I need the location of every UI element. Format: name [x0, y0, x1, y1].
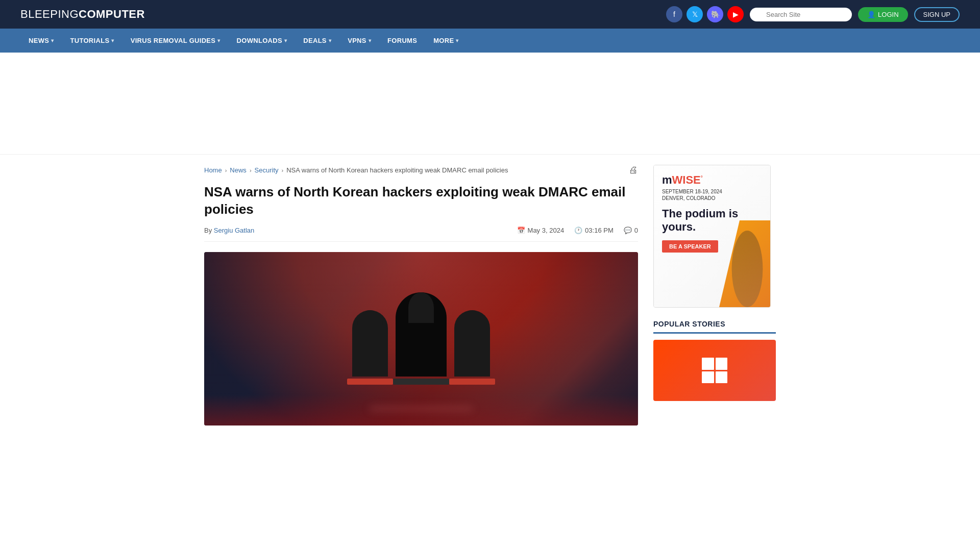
nav-deals[interactable]: DEALS ▾	[295, 29, 339, 53]
content-wrapper: Home › News › Security › NSA warns of No…	[184, 155, 796, 436]
breadcrumb-news[interactable]: News	[230, 166, 247, 174]
figure-center	[393, 292, 449, 385]
nav-virus-removal[interactable]: VIRUS REMOVAL GUIDES ▾	[122, 29, 229, 53]
nav-forums[interactable]: FORUMS	[379, 29, 425, 53]
popular-story-thumb[interactable]	[653, 340, 776, 401]
mastodon-icon[interactable]: 🐘	[707, 6, 723, 22]
ad-inner: mWISE° SEPTEMBER 18-19, 2024 DENVER, COL…	[654, 165, 770, 307]
breadcrumb-home[interactable]: Home	[204, 166, 222, 174]
login-button[interactable]: 👤 LOGIN	[858, 7, 908, 22]
sidebar: mWISE° SEPTEMBER 18-19, 2024 DENVER, COL…	[653, 165, 776, 425]
user-icon: 👤	[867, 11, 875, 18]
article-date: 📅 May 3, 2024	[517, 227, 565, 234]
hero-figure-group	[347, 292, 495, 385]
breadcrumb-sep-2: ›	[250, 167, 252, 173]
calendar-icon: 📅	[517, 227, 525, 234]
article-time: 🕐 03:16 PM	[574, 227, 614, 234]
social-icons: f 𝕏 🐘 ▶	[666, 6, 744, 22]
nav-tutorials[interactable]: TUTORIALS ▾	[62, 29, 122, 53]
main-nav: NEWS ▾ TUTORIALS ▾ VIRUS REMOVAL GUIDES …	[0, 29, 980, 53]
ad-location: DENVER, COLORADO	[662, 195, 762, 201]
article-meta: By Sergiu Gatlan 📅 May 3, 2024 🕐 03:16 P…	[204, 227, 638, 242]
chevron-down-icon: ▾	[217, 38, 220, 43]
popular-stories: POPULAR STORIES	[653, 320, 776, 401]
popular-stories-title: POPULAR STORIES	[653, 320, 776, 334]
chevron-down-icon: ▾	[51, 38, 54, 43]
breadcrumb-sep-1: ›	[225, 167, 227, 173]
chevron-down-icon: ▾	[284, 38, 287, 43]
chevron-down-icon: ▾	[369, 38, 371, 43]
article-author: By Sergiu Gatlan	[204, 227, 254, 234]
windows-logo-icon	[702, 358, 727, 383]
login-label: LOGIN	[878, 11, 898, 18]
clock-icon: 🕐	[574, 227, 582, 234]
nav-downloads[interactable]: DOWNLOADS ▾	[229, 29, 296, 53]
breadcrumb-current: NSA warns of North Korean hackers exploi…	[286, 166, 508, 174]
facebook-icon[interactable]: f	[666, 6, 682, 22]
header-right: f 𝕏 🐘 ▶ 👤 LOGIN SIGN UP	[666, 6, 960, 22]
site-logo[interactable]: BLEEPINGCOMPUTER	[20, 8, 145, 21]
sidebar-ad: mWISE° SEPTEMBER 18-19, 2024 DENVER, COL…	[653, 165, 771, 308]
search-wrapper	[750, 8, 852, 21]
breadcrumb: Home › News › Security › NSA warns of No…	[204, 165, 638, 176]
chevron-down-icon: ▾	[111, 38, 114, 43]
youtube-icon[interactable]: ▶	[727, 6, 744, 22]
article-title: NSA warns of North Korean hackers exploi…	[204, 184, 638, 218]
ad-date: SEPTEMBER 18-19, 2024	[662, 189, 762, 194]
comment-icon: 💬	[624, 227, 632, 234]
ad-banner	[0, 53, 980, 155]
figure-left	[347, 310, 393, 385]
breadcrumb-security[interactable]: Security	[255, 166, 279, 174]
article-comments[interactable]: 💬 0	[624, 227, 638, 234]
figure-right	[449, 310, 495, 385]
main-content: Home › News › Security › NSA warns of No…	[204, 165, 638, 425]
nav-more[interactable]: MORE ▾	[425, 29, 467, 53]
print-icon[interactable]: 🖨	[629, 165, 638, 176]
logo-plain: BLEEPING	[20, 8, 79, 20]
ad-brand: mWISE°	[662, 173, 762, 187]
logo-bold: COMPUTER	[79, 8, 145, 20]
chevron-down-icon: ▾	[456, 38, 458, 43]
nav-news[interactable]: NEWS ▾	[20, 29, 62, 53]
chevron-down-icon: ▾	[329, 38, 331, 43]
site-header: BLEEPINGCOMPUTER f 𝕏 🐘 ▶ 👤 LOGIN SIGN UP	[0, 0, 980, 29]
breadcrumb-sep-3: ›	[282, 167, 284, 173]
article-hero-image: ★	[204, 252, 638, 425]
search-input[interactable]	[750, 8, 852, 21]
nav-vpns[interactable]: VPNS ▾	[339, 29, 379, 53]
author-link[interactable]: Sergiu Gatlan	[214, 227, 255, 234]
twitter-icon[interactable]: 𝕏	[687, 6, 703, 22]
ad-cta-button[interactable]: BE A SPEAKER	[662, 240, 718, 253]
signup-button[interactable]: SIGN UP	[914, 7, 960, 22]
meta-right: 📅 May 3, 2024 🕐 03:16 PM 💬 0	[517, 227, 638, 234]
